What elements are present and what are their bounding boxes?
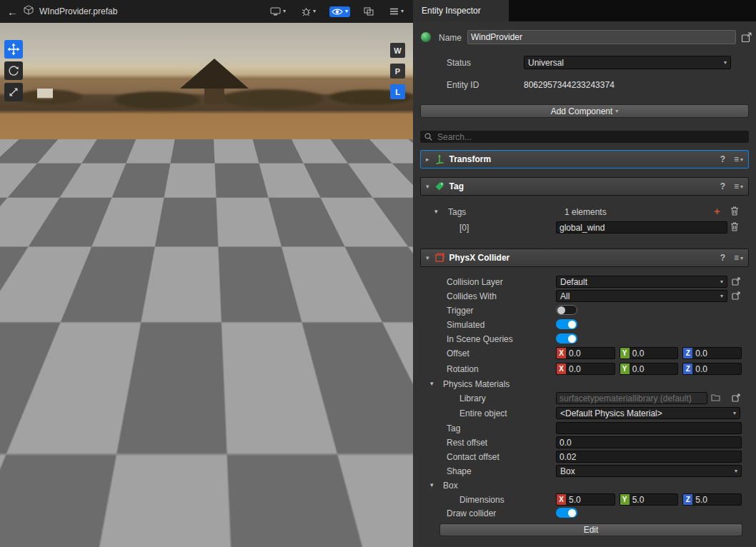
- rotation-y-field[interactable]: Y0.0: [620, 363, 679, 375]
- move-tool-button[interactable]: [4, 40, 23, 59]
- push-to-prefab-icon-button[interactable]: [739, 31, 753, 44]
- chevron-down-icon: ▾: [733, 410, 736, 416]
- hut-roof: [180, 59, 249, 89]
- in-scene-queries-toggle[interactable]: [556, 333, 577, 343]
- trash-icon: [730, 206, 739, 216]
- chevron-down-icon: ▾: [720, 278, 723, 285]
- debug-options-button[interactable]: ▾: [299, 6, 318, 18]
- component-menu-icon[interactable]: ≡▾: [734, 154, 743, 164]
- back-button[interactable]: ←: [7, 6, 18, 17]
- viewport-pane: ← WIndProvider.prefab ▾ ▾ ▾ ▾: [0, 0, 413, 547]
- rotate-tool-button[interactable]: [4, 61, 23, 80]
- entire-object-dropdown[interactable]: <Default Physics Material>▾: [556, 407, 740, 419]
- offset-x-field[interactable]: X0.0: [556, 347, 615, 359]
- camera-settings-button[interactable]: ▾: [268, 6, 288, 17]
- rotation-z-field[interactable]: Z0.0: [682, 363, 742, 375]
- search-input[interactable]: [436, 131, 745, 143]
- add-component-button[interactable]: Add Component▾: [420, 104, 749, 118]
- help-icon[interactable]: ?: [720, 154, 725, 164]
- horizon-haze: [0, 139, 413, 158]
- chevron-down-icon: ▾: [724, 59, 727, 66]
- trigger-toggle[interactable]: [556, 305, 577, 315]
- chevron-down-icon[interactable]: ▾: [430, 380, 434, 387]
- simulated-label: Simulated: [447, 320, 484, 330]
- dimensions-x-field[interactable]: X5.0: [556, 493, 615, 506]
- local-space-button[interactable]: L: [390, 84, 405, 99]
- tag-value-input[interactable]: [556, 221, 727, 234]
- dimensions-xyz: X5.0 Y5.0 Z5.0: [556, 493, 742, 506]
- camera-icon: [270, 7, 281, 16]
- status-dropdown[interactable]: Universal ▾: [524, 56, 731, 69]
- axis-x-chip: X: [557, 494, 566, 505]
- scale-tool-button[interactable]: [4, 83, 23, 101]
- chevron-down-icon: ▾: [615, 108, 618, 114]
- hamburger-icon: [389, 8, 399, 15]
- rotate-icon: [8, 65, 19, 76]
- shape-dropdown[interactable]: Box▾: [556, 465, 742, 477]
- component-header-tag[interactable]: ▾ Tag ? ≡▾: [420, 177, 749, 196]
- entity-icon: [420, 31, 432, 43]
- viewport-toolbar: ← WIndProvider.prefab ▾ ▾ ▾ ▾: [0, 0, 413, 23]
- rest-offset-label: Rest offset: [447, 438, 487, 448]
- chevron-down-icon[interactable]: ▾: [434, 208, 438, 215]
- split-view-icon: [364, 7, 374, 16]
- contact-offset-label: Contact offset: [447, 452, 499, 462]
- component-header-transform[interactable]: ▸ Transform ? ≡▾: [420, 150, 749, 169]
- draw-collider-toggle[interactable]: [556, 508, 577, 518]
- collides-with-dropdown[interactable]: All▾: [556, 290, 727, 302]
- prefab-icon: [24, 5, 34, 18]
- prefab-title: WIndProvider.prefab: [39, 6, 117, 16]
- parent-space-button[interactable]: P: [390, 64, 405, 79]
- world-space-button[interactable]: W: [390, 43, 405, 58]
- help-icon[interactable]: ?: [720, 181, 725, 191]
- entity-id-value: 8062957344233243374: [524, 80, 615, 90]
- contact-offset-input[interactable]: [556, 451, 742, 463]
- help-icon[interactable]: ?: [720, 253, 725, 263]
- add-tag-button[interactable]: +: [714, 206, 720, 216]
- rotation-label: Rotation: [447, 364, 479, 374]
- component-title: PhysX Collider: [449, 253, 510, 263]
- open-material-library-icon[interactable]: [732, 393, 740, 402]
- chevron-right-icon[interactable]: ▸: [426, 156, 429, 163]
- chevron-down-icon[interactable]: ▾: [430, 481, 434, 488]
- delete-tags-button[interactable]: [730, 206, 739, 216]
- axis-z-chip: Z: [683, 494, 692, 505]
- offset-z-field[interactable]: Z0.0: [682, 347, 742, 359]
- offset-label: Offset: [447, 348, 469, 358]
- dimensions-y-field[interactable]: Y5.0: [620, 493, 679, 506]
- delete-tag-element-button[interactable]: [730, 221, 739, 231]
- collision-layer-dropdown[interactable]: Default▾: [556, 276, 727, 288]
- collider-tag-input[interactable]: [556, 422, 742, 434]
- rest-offset-input[interactable]: [556, 436, 742, 448]
- component-menu-icon[interactable]: ≡▾: [734, 253, 743, 263]
- axis-x-chip: X: [557, 363, 566, 374]
- layout-split-button[interactable]: [362, 6, 376, 17]
- open-collision-layer-editor-icon[interactable]: [732, 277, 740, 286]
- chevron-down-icon[interactable]: ▾: [426, 254, 429, 261]
- edit-collider-button[interactable]: Edit: [439, 523, 742, 536]
- offset-y-field[interactable]: Y0.0: [620, 347, 679, 359]
- dimensions-z-field[interactable]: Z5.0: [682, 493, 742, 506]
- name-label: Name: [439, 33, 462, 43]
- entity-inspector-panel: Entity Inspector Name Status Universal ▾…: [413, 0, 756, 547]
- chevron-down-icon[interactable]: ▾: [426, 183, 429, 190]
- entity-name-input[interactable]: [467, 30, 736, 44]
- viewport-menu-button[interactable]: ▾: [387, 6, 406, 16]
- distant-building: [37, 89, 53, 99]
- axis-z-chip: Z: [683, 363, 692, 374]
- tab-entity-inspector[interactable]: Entity Inspector: [413, 0, 509, 21]
- simulated-toggle[interactable]: [556, 319, 577, 329]
- visibility-options-button[interactable]: ▾: [329, 6, 350, 17]
- space-mode-column: W P L: [390, 43, 405, 99]
- component-search[interactable]: [420, 131, 749, 143]
- open-collision-groups-editor-icon[interactable]: [732, 291, 740, 300]
- browse-library-icon[interactable]: [711, 393, 720, 401]
- physics-materials-label: Physics Materials: [443, 379, 509, 389]
- collides-with-label: Collides With: [447, 291, 497, 301]
- component-menu-icon[interactable]: ≡▾: [734, 181, 743, 191]
- scene-view[interactable]: [0, 23, 413, 547]
- rotation-x-field[interactable]: X0.0: [556, 363, 615, 375]
- tag-icon: [434, 181, 444, 191]
- component-header-physx-collider[interactable]: ▾ PhysX Collider ? ≡▾: [420, 249, 749, 267]
- axis-y-chip: Y: [620, 363, 630, 374]
